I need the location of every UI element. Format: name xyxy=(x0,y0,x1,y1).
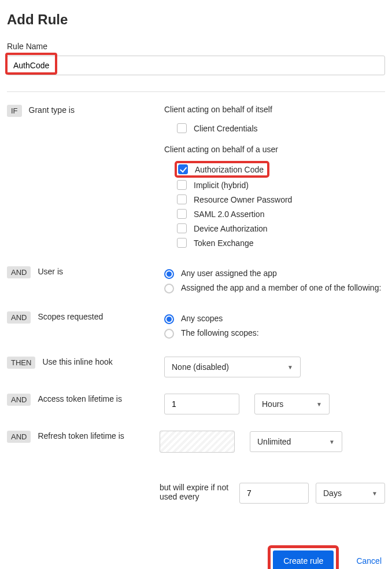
any-scopes-radio[interactable] xyxy=(164,314,174,324)
access-lifetime-unit-value: Hours xyxy=(262,399,283,409)
any-scopes-label: Any scopes xyxy=(181,314,223,323)
inline-hook-label: Use this inline hook xyxy=(42,357,112,366)
grant-user-title: Client acting on behalf of a user xyxy=(164,145,385,154)
any-user-radio[interactable] xyxy=(164,269,174,279)
expire-unit-value: Days xyxy=(323,489,342,498)
device-auth-label: Device Authorization xyxy=(194,224,268,233)
following-scopes-radio[interactable] xyxy=(164,329,174,339)
access-lifetime-label: Access token lifetime is xyxy=(38,394,122,403)
device-auth-checkbox[interactable] xyxy=(177,223,187,233)
implicit-label: Implicit (hybrid) xyxy=(194,181,249,190)
any-user-row[interactable]: Any user assigned the app xyxy=(164,266,385,281)
inline-hook-select[interactable]: None (disabled) ▼ xyxy=(164,357,301,377)
rule-name-label: Rule Name xyxy=(7,42,385,51)
page-title: Add Rule xyxy=(7,12,385,28)
expire-unit-select[interactable]: Days ▼ xyxy=(316,483,385,504)
and-tag: AND xyxy=(7,311,31,324)
device-auth-row[interactable]: Device Authorization xyxy=(177,221,385,236)
member-radio[interactable] xyxy=(164,284,174,293)
expire-value-input[interactable] xyxy=(239,483,309,504)
and-tag: AND xyxy=(7,431,31,443)
refresh-lifetime-unit-value: Unlimited xyxy=(257,437,291,446)
and-tag: AND xyxy=(7,394,31,406)
client-credentials-label: Client Credentials xyxy=(194,124,258,133)
client-credentials-row[interactable]: Client Credentials xyxy=(177,121,385,135)
resource-owner-label: Resource Owner Password xyxy=(194,195,292,204)
if-tag: IF xyxy=(7,105,22,117)
rule-name-input[interactable] xyxy=(7,56,385,75)
refresh-lifetime-input xyxy=(160,431,235,453)
access-lifetime-unit-select[interactable]: Hours ▼ xyxy=(254,394,330,414)
auth-code-checkbox[interactable] xyxy=(178,164,188,174)
cancel-button[interactable]: Cancel xyxy=(353,556,385,566)
saml-label: SAML 2.0 Assertion xyxy=(194,210,264,219)
refresh-lifetime-label: Refresh token lifetime is xyxy=(38,431,124,440)
caret-down-icon: ▼ xyxy=(372,490,378,497)
token-exchange-label: Token Exchange xyxy=(194,238,254,248)
auth-code-label: Authorization Code xyxy=(195,165,264,174)
implicit-checkbox[interactable] xyxy=(177,180,187,190)
then-tag: THEN xyxy=(7,357,35,369)
caret-down-icon: ▼ xyxy=(287,364,293,370)
token-exchange-row[interactable]: Token Exchange xyxy=(177,236,385,250)
member-label: Assigned the app and a member of one of … xyxy=(181,283,381,292)
highlight-marker: Create rule xyxy=(268,545,339,569)
grant-type-label: Grant type is xyxy=(29,105,75,115)
inline-hook-value: None (disabled) xyxy=(172,362,229,372)
member-row[interactable]: Assigned the app and a member of one of … xyxy=(164,281,385,295)
and-tag: AND xyxy=(7,266,31,278)
following-scopes-label: The following scopes: xyxy=(181,328,259,337)
implicit-row[interactable]: Implicit (hybrid) xyxy=(177,178,385,192)
client-credentials-checkbox[interactable] xyxy=(177,123,187,133)
grant-itself-title: Client acting on behalf of itself xyxy=(164,105,385,114)
caret-down-icon: ▼ xyxy=(329,439,335,445)
resource-owner-checkbox[interactable] xyxy=(177,194,187,204)
any-scopes-row[interactable]: Any scopes xyxy=(164,311,385,326)
scopes-label: Scopes requested xyxy=(38,312,103,321)
auth-code-row[interactable]: Authorization Code xyxy=(175,161,269,178)
expire-prefix-label: but will expire if not used every xyxy=(160,483,232,501)
divider xyxy=(7,91,385,92)
access-lifetime-input[interactable] xyxy=(164,394,239,414)
following-scopes-row[interactable]: The following scopes: xyxy=(164,326,385,340)
resource-owner-row[interactable]: Resource Owner Password xyxy=(177,192,385,207)
user-is-label: User is xyxy=(38,267,63,276)
any-user-label: Any user assigned the app xyxy=(181,269,277,278)
caret-down-icon: ▼ xyxy=(316,401,322,408)
saml-row[interactable]: SAML 2.0 Assertion xyxy=(177,207,385,221)
create-rule-button[interactable]: Create rule xyxy=(273,550,334,569)
refresh-lifetime-unit-select[interactable]: Unlimited ▼ xyxy=(250,431,342,452)
saml-checkbox[interactable] xyxy=(177,209,187,219)
token-exchange-checkbox[interactable] xyxy=(177,238,187,248)
